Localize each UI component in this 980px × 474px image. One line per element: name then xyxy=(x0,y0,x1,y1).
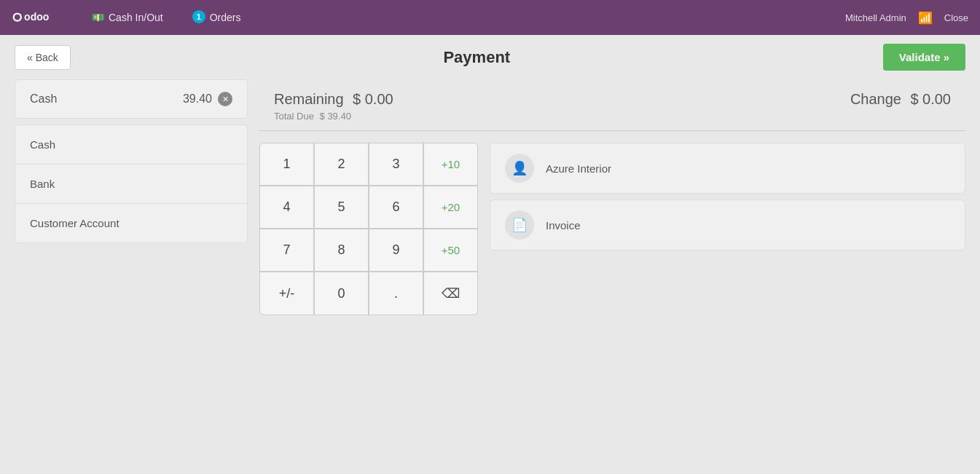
azure-interior-label: Azure Interior xyxy=(546,162,611,175)
remaining-value: $ 0.00 xyxy=(353,91,393,107)
remaining-line: Remaining $ 0.00 xyxy=(274,91,393,108)
odoo-logo[interactable]: odoo xyxy=(12,7,63,28)
topbar: odoo 💵 Cash In/Out 1 Orders Mitchell Adm… xyxy=(0,0,980,35)
numpad-plus20[interactable]: +20 xyxy=(424,186,477,228)
summary-row: Remaining $ 0.00 Total Due $ 39.40 Chang… xyxy=(259,79,965,131)
orders-label: Orders xyxy=(210,12,241,23)
payment-selected-amount: 39.40 ✕ xyxy=(183,92,232,106)
numpad-8[interactable]: 8 xyxy=(315,229,368,271)
numpad-9[interactable]: 9 xyxy=(369,229,423,271)
numpad-plus10[interactable]: +10 xyxy=(424,143,477,185)
total-due-label: Total Due xyxy=(274,111,314,122)
payment-method-customer-account[interactable]: Customer Account xyxy=(15,204,247,242)
page-title: Payment xyxy=(82,48,871,67)
back-label: « Back xyxy=(27,52,58,63)
wifi-icon: 📶 xyxy=(918,11,933,25)
topbar-right: Mitchell Admin 📶 Close xyxy=(845,11,968,25)
main-content: « Back Payment Validate » Cash 39.40 ✕ C… xyxy=(0,35,980,474)
numpad-5[interactable]: 5 xyxy=(315,186,368,228)
user-name: Mitchell Admin xyxy=(845,12,906,23)
total-due-value: $ 39.40 xyxy=(320,111,351,122)
payment-selected-label: Cash xyxy=(30,92,57,106)
azure-interior-button[interactable]: 👤 Azure Interior xyxy=(490,143,965,194)
action-buttons: 👤 Azure Interior 📄 Invoice xyxy=(490,143,965,315)
numpad-2[interactable]: 2 xyxy=(315,143,368,185)
numpad-actions-row: 1 2 3 +10 4 5 6 +20 7 8 9 +50 +/- 0 . ⌫ xyxy=(259,143,965,315)
orders-badge: 1 xyxy=(192,10,205,23)
remaining-label: Remaining xyxy=(274,91,344,107)
numpad-1[interactable]: 1 xyxy=(260,143,313,185)
svg-text:odoo: odoo xyxy=(24,11,49,23)
numpad-4[interactable]: 4 xyxy=(260,186,313,228)
total-due-line: Total Due $ 39.40 xyxy=(274,111,393,122)
numpad-0[interactable]: 0 xyxy=(315,272,368,315)
orders-nav[interactable]: 1 Orders xyxy=(187,8,247,27)
page-header: « Back Payment Validate » xyxy=(0,35,980,79)
back-button[interactable]: « Back xyxy=(15,45,71,70)
right-panel: Remaining $ 0.00 Total Due $ 39.40 Chang… xyxy=(259,79,965,465)
invoice-label: Invoice xyxy=(546,219,581,232)
customer-icon: 👤 xyxy=(505,154,534,183)
numpad-3[interactable]: 3 xyxy=(369,143,423,185)
numpad-7[interactable]: 7 xyxy=(260,229,313,271)
numpad-dot[interactable]: . xyxy=(369,272,423,315)
cash-in-out-nav[interactable]: 💵 Cash In/Out xyxy=(86,9,169,26)
invoice-button[interactable]: 📄 Invoice xyxy=(490,200,965,250)
change-label: Change xyxy=(850,91,901,107)
validate-button[interactable]: Validate » xyxy=(883,44,965,71)
left-panel: Cash 39.40 ✕ Cash Bank Customer Account xyxy=(15,79,248,465)
numpad-plus50[interactable]: +50 xyxy=(424,229,477,271)
cash-in-out-label: Cash In/Out xyxy=(109,12,163,23)
invoice-icon: 📄 xyxy=(505,210,534,240)
validate-label: Validate » xyxy=(899,51,949,63)
change-value: $ 0.00 xyxy=(910,91,951,107)
numpad: 1 2 3 +10 4 5 6 +20 7 8 9 +50 +/- 0 . ⌫ xyxy=(259,143,478,315)
payment-methods-list: Cash Bank Customer Account xyxy=(15,125,248,243)
numpad-plusminus[interactable]: +/- xyxy=(260,272,313,315)
payment-method-cash[interactable]: Cash xyxy=(15,125,247,165)
payment-selected-value: 39.40 xyxy=(183,92,212,106)
summary-left: Remaining $ 0.00 Total Due $ 39.40 xyxy=(274,91,393,122)
cash-icon: 💵 xyxy=(92,12,104,23)
payment-selected-card: Cash 39.40 ✕ xyxy=(15,79,248,119)
close-label[interactable]: Close xyxy=(944,12,968,23)
remove-payment-button[interactable]: ✕ xyxy=(218,92,232,106)
body-row: Cash 39.40 ✕ Cash Bank Customer Account … xyxy=(0,79,980,474)
numpad-backspace[interactable]: ⌫ xyxy=(424,272,477,315)
payment-method-bank[interactable]: Bank xyxy=(15,165,247,204)
svg-point-1 xyxy=(15,15,20,20)
summary-right: Change $ 0.00 xyxy=(850,91,951,108)
numpad-6[interactable]: 6 xyxy=(369,186,423,228)
